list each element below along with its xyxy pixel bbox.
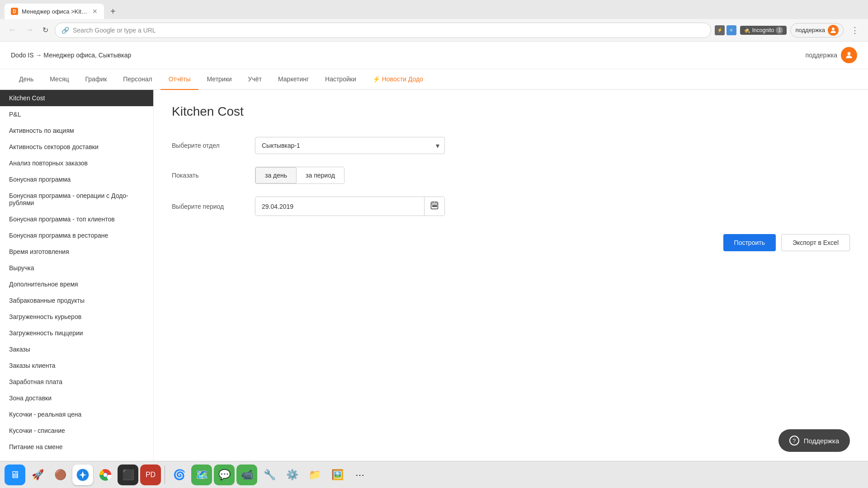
sidebar-item-revenue[interactable]: Выручка — [0, 260, 153, 276]
back-button[interactable]: ← — [5, 23, 19, 37]
sidebar-item-bonus-top-clients[interactable]: Бонусная программа - топ клиентов — [0, 211, 153, 227]
dock-icon-system-prefs[interactable]: ⚙️ — [282, 465, 302, 485]
sidebar-item-salary[interactable]: Заработная плата — [0, 374, 153, 390]
dock-icon-divider — [165, 466, 165, 484]
dock-icon-finder[interactable]: 🖥 — [5, 465, 25, 485]
ext-icon-2[interactable]: ≡ — [726, 25, 736, 35]
forward-button[interactable]: → — [23, 23, 36, 37]
dock-icon-xcode[interactable]: 🔧 — [259, 465, 280, 485]
nav-item-news[interactable]: ⚡ Новости Додо — [364, 69, 431, 90]
form-section: Выберите отдел Сыктывкар-1 Сыктывкар-2 С… — [172, 137, 579, 216]
profile-label: поддержка — [795, 27, 825, 33]
sidebar-item-promo-activity[interactable]: Активность по акциям — [0, 122, 153, 139]
nav-item-month[interactable]: Месяц — [42, 69, 77, 90]
breadcrumb: Dodo IS → Менеджер офиса, Сыктывкар — [11, 52, 131, 59]
dock-icon-facetime[interactable]: 📹 — [236, 465, 257, 485]
tab-title: Менеджер офиса >Kitchen co... — [22, 8, 89, 15]
nav-item-settings[interactable]: Настройки — [317, 69, 364, 90]
nav-item-news-label: Новости Додо — [382, 75, 423, 83]
toggle-day-button[interactable]: за день — [255, 167, 297, 183]
reload-button[interactable]: ↻ — [40, 24, 51, 36]
dock-icon-photos[interactable]: 🖼️ — [327, 465, 348, 485]
incognito-count: 1 — [776, 27, 783, 34]
support-label: поддержка — [805, 52, 837, 59]
nav-item-personnel[interactable]: Персонал — [115, 69, 160, 90]
tab-favicon: D — [11, 8, 18, 15]
dock-icon-launchpad[interactable]: 🚀 — [27, 465, 48, 485]
sidebar-item-delivery-zone[interactable]: Зона доставки — [0, 390, 153, 406]
sidebar-item-defective-products[interactable]: Забракованные продукты — [0, 292, 153, 309]
dock-icon-maps[interactable]: 🗺️ — [191, 465, 212, 485]
toggle-period-button[interactable]: за период — [297, 167, 344, 183]
tab-bar: D Менеджер офиса >Kitchen co... ✕ + — [0, 0, 868, 19]
content-wrapper: Kitchen Cost P&L Активность по акциям Ак… — [0, 90, 868, 488]
ext-icon-1[interactable]: ⚡ — [715, 25, 725, 35]
dock-icon-folder[interactable]: 📁 — [304, 465, 325, 485]
sidebar-item-slices-real-price[interactable]: Кусочки - реальная цена — [0, 406, 153, 422]
browser-chrome: D Менеджер офиса >Kitchen co... ✕ + ← → … — [0, 0, 868, 42]
support-avatar[interactable] — [841, 47, 857, 63]
sidebar-item-delivery-sectors[interactable]: Активность секторов доставки — [0, 139, 153, 155]
department-select[interactable]: Сыктывкар-1 Сыктывкар-2 Сыктывкар-3 — [255, 137, 445, 154]
browser-toolbar: ← → ↻ 🔗 Search Google or type a URL ⚡ ≡ … — [0, 19, 868, 42]
tab-close-button[interactable]: ✕ — [92, 8, 98, 15]
nav-item-day[interactable]: День — [11, 69, 42, 90]
dock-icon-chrome[interactable] — [95, 465, 116, 485]
sidebar-item-client-orders[interactable]: Заказы клиента — [0, 357, 153, 374]
date-input-wrapper — [255, 197, 445, 216]
svg-rect-8 — [436, 206, 437, 207]
build-button[interactable]: Построить — [723, 234, 776, 251]
svg-point-1 — [848, 52, 851, 55]
sidebar-item-kitchen-cost[interactable]: Kitchen Cost — [0, 90, 153, 106]
dock-icon-more[interactable]: ⋯ — [349, 465, 370, 485]
dock-icon-app1[interactable]: PD — [140, 465, 161, 485]
incognito-badge: 🕵️ Incognito 1 — [740, 26, 787, 35]
sidebar-item-orders[interactable]: Заказы — [0, 341, 153, 357]
export-button[interactable]: Экспорт в Excel — [781, 234, 850, 251]
sidebar-item-repeat-orders[interactable]: Анализ повторных заказов — [0, 155, 153, 171]
show-label: Показать — [172, 172, 244, 179]
app-header: Dodo IS → Менеджер офиса, Сыктывкар подд… — [0, 42, 868, 69]
form-actions: Построить Экспорт в Excel — [172, 234, 850, 251]
lightning-icon: ⚡ — [373, 75, 380, 83]
dock-icon-messages[interactable]: 💬 — [214, 465, 235, 485]
profile-button[interactable]: поддержка — [790, 23, 844, 38]
toggle-group: за день за период — [255, 167, 344, 184]
department-row: Выберите отдел Сыктывкар-1 Сыктывкар-2 С… — [172, 137, 579, 154]
sidebar-item-courier-load[interactable]: Загруженность курьеров — [0, 309, 153, 325]
sidebar-item-pl[interactable]: P&L — [0, 106, 153, 122]
sidebar-item-bonus-dodo-rub[interactable]: Бонусная программа - операции с Додо-руб… — [0, 188, 153, 211]
calendar-button[interactable] — [424, 197, 444, 216]
address-bar[interactable]: 🔗 Search Google or type a URL — [55, 23, 711, 38]
department-label: Выберите отдел — [172, 142, 244, 149]
date-input[interactable] — [255, 197, 424, 216]
dock-icon-app2[interactable]: 🌀 — [169, 465, 189, 485]
dock-icon-face[interactable]: 🟤 — [50, 465, 71, 485]
nav-item-graph[interactable]: График — [77, 69, 115, 90]
sidebar-item-pizzeria-load[interactable]: Загруженность пиццерии — [0, 325, 153, 341]
browser-tab-active[interactable]: D Менеджер офиса >Kitchen co... ✕ — [5, 4, 104, 19]
dock-icon-terminal[interactable]: ⬛ — [118, 465, 138, 485]
support-bubble-label: Поддержка — [804, 437, 839, 445]
sidebar-item-slices-write-off[interactable]: Кусочки - списание — [0, 422, 153, 439]
period-row: Выберите период — [172, 197, 579, 216]
browser-menu-button[interactable]: ⋮ — [847, 23, 863, 37]
department-select-wrapper: Сыктывкар-1 Сыктывкар-2 Сыктывкар-3 ▾ — [255, 137, 445, 154]
sidebar-item-extra-time[interactable]: Дополнительное время — [0, 276, 153, 292]
dock-icon-safari[interactable] — [72, 465, 93, 485]
sidebar-item-shift-meals[interactable]: Питание на смене — [0, 439, 153, 455]
lock-icon: 🔗 — [61, 27, 69, 34]
support-bubble[interactable]: ? Поддержка — [778, 429, 850, 452]
sidebar-item-cook-time[interactable]: Время изготовления — [0, 244, 153, 260]
nav-item-metrics[interactable]: Метрики — [198, 69, 240, 90]
nav-item-accounting[interactable]: Учёт — [240, 69, 270, 90]
svg-point-13 — [104, 473, 107, 477]
show-row: Показать за день за период — [172, 167, 579, 184]
address-bar-text[interactable]: Search Google or type a URL — [73, 27, 704, 34]
nav-item-reports[interactable]: Отчёты — [160, 69, 199, 90]
sidebar-item-bonus-restaurant[interactable]: Бонусная программа в ресторане — [0, 227, 153, 244]
nav-item-marketing[interactable]: Маркетинг — [270, 69, 317, 90]
new-tab-button[interactable]: + — [108, 5, 118, 18]
sidebar: Kitchen Cost P&L Активность по акциям Ак… — [0, 90, 154, 488]
sidebar-item-bonus-program[interactable]: Бонусная программа — [0, 171, 153, 188]
